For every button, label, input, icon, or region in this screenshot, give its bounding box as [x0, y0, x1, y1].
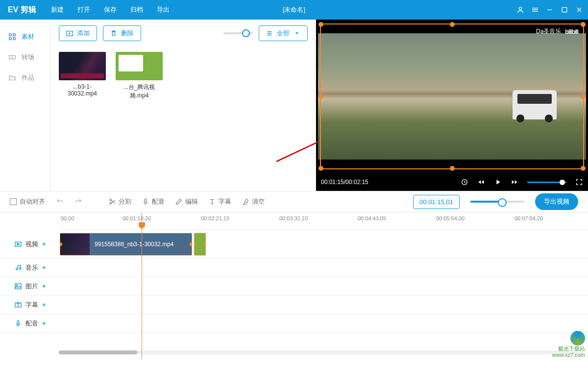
resize-handle-icon[interactable]	[450, 22, 455, 27]
track-video: 视频 + 991558388_nb3-1-30032.mp4	[0, 230, 588, 258]
user-icon[interactable]	[516, 6, 524, 14]
list-icon	[266, 30, 273, 37]
svg-point-10	[110, 199, 112, 201]
clip-thumbnail	[60, 233, 90, 255]
resize-handle-icon[interactable]	[318, 22, 323, 27]
pencil-icon	[175, 198, 182, 205]
svg-point-14	[20, 268, 22, 270]
timeline-toolbar: 自动对齐 分割 配音 编辑 字幕 清空 00:01:15,01 导出视频	[0, 191, 588, 212]
subtitle-button[interactable]: 字幕	[209, 197, 231, 206]
window-controls	[516, 6, 583, 14]
timeline-clip-1[interactable]: 991558388_nb3-1-30032.mp4	[60, 233, 192, 256]
svg-rect-3	[13, 34, 15, 36]
image-icon	[15, 283, 22, 290]
add-button[interactable]: 添加	[59, 25, 97, 41]
logo-swirl-icon	[570, 331, 585, 346]
preview-timecode: 00:01:15/00:02:15	[321, 179, 368, 186]
subtitle-track-icon	[15, 302, 22, 308]
play-icon[interactable]	[494, 178, 502, 186]
timeline-clip-2[interactable]	[194, 233, 206, 256]
split-button[interactable]: 分割	[109, 197, 131, 206]
export-video-button[interactable]: 导出视频	[535, 193, 578, 210]
dub-track-icon	[15, 320, 22, 327]
menu-new[interactable]: 新建	[51, 5, 64, 14]
skin-icon[interactable]	[531, 6, 539, 14]
material-thumb-1[interactable]: ...b3-1-30032.mp4	[59, 52, 106, 100]
broom-icon	[242, 198, 249, 205]
sidebar: 素材 转场 作品	[0, 20, 51, 191]
track-dub: 配音 +	[0, 314, 588, 333]
timeline-scrollbar[interactable]	[59, 350, 583, 354]
track-subtitle: 字幕 +	[0, 296, 588, 314]
mic-icon	[142, 198, 149, 205]
svg-rect-1	[562, 7, 566, 12]
resize-handle-icon[interactable]	[318, 166, 323, 171]
checkbox-icon	[10, 198, 17, 205]
sidebar-item-material[interactable]: 素材	[0, 26, 50, 47]
track-image: 图片 +	[0, 277, 588, 296]
preview-controls: 00:01:15/00:02:15	[316, 173, 588, 191]
playhead[interactable]	[142, 212, 142, 359]
resize-handle-icon[interactable]	[318, 94, 323, 99]
preview-panel: Da圣音乐 bilibili 00:01:15/00:02:15	[316, 20, 588, 191]
timeline-zoom-slider[interactable]	[470, 201, 524, 203]
thumb-size-slider[interactable]	[223, 32, 253, 34]
sidebar-item-works[interactable]: 作品	[0, 68, 50, 88]
timeline-ruler[interactable]: 00,00 00:01:10,20 00:02:21,15 00:03:32,1…	[59, 212, 588, 230]
add-track-icon[interactable]: +	[42, 240, 46, 248]
svg-rect-12	[145, 199, 147, 202]
trash-icon	[110, 30, 117, 37]
video-canvas[interactable]: Da圣音乐 bilibili	[317, 21, 587, 172]
main-menu: 新建 打开 保存 归档 导出	[51, 5, 170, 14]
app-title: EV 剪辑	[5, 5, 36, 15]
transition-icon	[9, 54, 16, 61]
add-track-icon[interactable]: +	[42, 282, 46, 290]
delete-button[interactable]: 删除	[103, 25, 141, 41]
svg-rect-4	[9, 38, 11, 40]
close-icon[interactable]	[575, 6, 583, 14]
menu-save[interactable]: 保存	[104, 5, 117, 14]
add-icon	[66, 30, 73, 37]
resize-handle-icon[interactable]	[450, 166, 455, 171]
add-track-icon[interactable]: +	[42, 264, 46, 271]
thumbnail-icon	[116, 52, 163, 80]
minimize-icon[interactable]	[546, 6, 554, 14]
menu-open[interactable]: 打开	[77, 5, 90, 14]
add-track-icon[interactable]: +	[42, 320, 46, 327]
redo-icon[interactable]	[74, 198, 82, 206]
page-watermark: 极光下载站 www.xz7.com	[552, 331, 585, 358]
selection-frame[interactable]	[320, 23, 584, 169]
sidebar-item-transition[interactable]: 转场	[0, 47, 50, 68]
menu-export[interactable]: 导出	[157, 5, 170, 14]
resize-handle-icon[interactable]	[581, 94, 586, 99]
edit-button[interactable]: 编辑	[175, 197, 198, 206]
dub-button[interactable]: 配音	[142, 197, 165, 206]
maximize-icon[interactable]	[561, 6, 568, 14]
volume-slider[interactable]	[527, 182, 566, 183]
document-title: [未命名]	[283, 5, 305, 14]
svg-rect-5	[13, 38, 15, 40]
current-timecode[interactable]: 00:01:15,01	[413, 195, 460, 209]
add-track-icon[interactable]: +	[42, 301, 46, 308]
auto-align-checkbox[interactable]: 自动对齐	[10, 197, 45, 206]
resize-handle-icon[interactable]	[581, 166, 586, 171]
thumbnail-icon	[59, 52, 106, 80]
resize-handle-icon[interactable]	[581, 22, 586, 27]
clip-handle-icon[interactable]	[190, 242, 192, 246]
clear-button[interactable]: 清空	[242, 197, 265, 206]
music-icon	[15, 264, 22, 271]
menu-archive[interactable]: 归档	[130, 5, 143, 14]
fullscreen-icon[interactable]	[575, 178, 583, 186]
clip-handle-icon[interactable]	[194, 242, 196, 246]
filter-dropdown[interactable]: 全部	[259, 25, 308, 41]
clip-handle-icon[interactable]	[203, 242, 206, 246]
next-icon[interactable]	[511, 178, 518, 186]
material-thumb-2[interactable]: ...台_腾讯视频.mp4	[116, 52, 163, 100]
text-icon	[209, 198, 216, 205]
undo-icon[interactable]	[56, 198, 64, 206]
svg-point-0	[519, 7, 521, 10]
timeline: 00,00 00:01:10,20 00:02:21,15 00:03:32,1…	[0, 212, 588, 359]
loop-icon[interactable]	[461, 178, 468, 186]
scissors-icon	[109, 198, 116, 205]
prev-icon[interactable]	[477, 178, 485, 186]
